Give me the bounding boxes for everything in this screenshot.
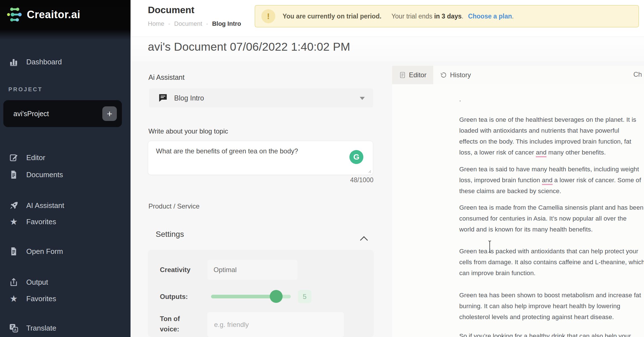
trial-detail-prefix: Your trial ends: [392, 13, 434, 20]
sidebar-item-label: Translate: [26, 324, 56, 333]
sidebar-item-ai-assistant[interactable]: AI Assistant: [8, 199, 64, 212]
sidebar: Creaitor.ai Dashboard PROJECT avi'sProje…: [0, 0, 131, 337]
truncated-right-label: Ch: [633, 71, 642, 78]
tone-label-line1: Ton of: [160, 315, 180, 323]
topic-input-box: What are the benefits of green tea on th…: [148, 141, 373, 175]
topbar: Document Home - Document - Blog Intro ! …: [131, 0, 644, 37]
breadcrumb-home[interactable]: Home: [148, 20, 164, 27]
assistant-selected-value: Blog Intro: [174, 88, 204, 107]
tab-label: Editor: [409, 71, 427, 79]
warning-icon: !: [261, 9, 275, 23]
trial-banner: ! You are currently on trial period. You…: [255, 5, 639, 27]
brand-name: Creaitor.ai: [27, 9, 80, 21]
star-icon: ★: [8, 293, 19, 304]
editor-tabbar: Editor History: [392, 66, 644, 84]
sidebar-item-label: Dashboard: [26, 58, 62, 66]
creativity-label: Creativity: [160, 266, 190, 274]
editor-document-area[interactable]: [392, 84, 644, 337]
star-icon: ★: [8, 216, 19, 227]
breadcrumb-current: Blog Intro: [212, 20, 241, 27]
sidebar-item-label: Documents: [26, 170, 63, 179]
tab-label: History: [450, 71, 471, 79]
sidebar-item-output[interactable]: Output: [8, 276, 48, 289]
sidebar-item-dashboard[interactable]: Dashboard: [8, 55, 62, 68]
history-icon: [440, 71, 447, 79]
page-title: Document: [148, 4, 194, 15]
sidebar-item-translate[interactable]: A Translate: [8, 322, 56, 334]
sidebar-item-open-form[interactable]: Open Form: [8, 245, 63, 258]
document-header: avi's Document 07/06/2022 1:40:02 PM: [131, 37, 644, 61]
sidebar-item-label: AI Assistant: [26, 201, 64, 210]
sidebar-item-label: Favorites: [26, 217, 56, 226]
resize-handle-icon[interactable]: [367, 169, 371, 173]
chevron-up-icon[interactable]: [360, 236, 368, 244]
tab-history[interactable]: History: [433, 66, 486, 84]
sidebar-item-label: Editor: [26, 153, 45, 162]
app-window: Creaitor.ai Dashboard PROJECT avi'sProje…: [0, 0, 644, 337]
sidebar-item-label: Favorites: [26, 294, 56, 303]
choose-plan-link[interactable]: Choose a plan: [468, 13, 512, 20]
tab-editor[interactable]: Editor: [392, 66, 433, 84]
translate-icon: A: [8, 323, 19, 333]
document-outline-icon: [399, 71, 406, 79]
project-selector[interactable]: avi'sProject +: [3, 100, 122, 127]
chevron-down-icon: [360, 97, 365, 100]
chat-bubble-icon: [158, 93, 168, 103]
trial-days: in 3 days: [434, 13, 461, 20]
rocket-icon: [8, 200, 19, 211]
breadcrumb-separator: -: [168, 20, 170, 27]
project-name: avi'sProject: [13, 100, 49, 127]
project-section-label: PROJECT: [8, 86, 42, 93]
sidebar-item-label: Open Form: [26, 247, 63, 256]
grammar-suggestion[interactable]: and: [536, 149, 546, 157]
bar-chart-icon: [8, 57, 19, 67]
product-service-label: Product / Service: [148, 202, 200, 210]
creativity-value[interactable]: Optimal: [214, 266, 237, 274]
document-icon: [8, 169, 19, 180]
sidebar-item-favorites[interactable]: ★ Favorites: [8, 215, 56, 228]
ibeam-cursor: [487, 240, 493, 254]
topic-input[interactable]: What are the benefits of green tea on th…: [148, 141, 373, 175]
grammar-suggestion[interactable]: and: [542, 177, 553, 185]
character-counter: 48/1000: [330, 176, 373, 184]
trial-detail-suffix: .: [462, 13, 463, 20]
outputs-label: Outputs:: [160, 293, 188, 301]
assistant-section-label: Ai Assistant: [148, 73, 184, 81]
tone-label-line2: voice:: [160, 325, 179, 333]
document-title: avi's Document 07/06/2022 1:40:02 PM: [148, 40, 350, 53]
settings-title: Settings: [156, 230, 184, 239]
add-project-button[interactable]: +: [102, 106, 117, 121]
breadcrumb: Home - Document - Blog Intro: [148, 20, 241, 27]
outputs-slider-knob[interactable]: [270, 290, 283, 303]
brand-logo-icon: [7, 7, 23, 22]
sidebar-item-label: Output: [26, 278, 48, 287]
svg-text:A: A: [14, 328, 16, 332]
sidebar-item-documents[interactable]: Documents: [8, 168, 63, 181]
trial-banner-text: You are currently on trial period. Your …: [283, 13, 514, 20]
link-period: .: [512, 13, 514, 20]
document-icon: [8, 246, 19, 257]
share-icon: [8, 277, 19, 287]
grammarly-icon[interactable]: G: [349, 150, 363, 164]
trial-message: You are currently on trial period.: [283, 13, 382, 20]
breadcrumb-document[interactable]: Document: [174, 20, 202, 27]
assistant-type-select[interactable]: Blog Intro: [149, 88, 373, 107]
edit-icon: [8, 152, 19, 163]
tone-of-voice-input[interactable]: [207, 312, 344, 337]
sidebar-item-editor[interactable]: Editor: [8, 151, 45, 164]
sidebar-item-favorites-2[interactable]: ★ Favorites: [8, 292, 56, 305]
breadcrumb-separator: -: [206, 20, 208, 27]
topic-label: Write about your blog topic: [148, 127, 228, 135]
outputs-value: 5: [298, 290, 311, 303]
brand-logo[interactable]: Creaitor.ai: [7, 7, 80, 22]
editor-lead-char: .: [459, 96, 461, 103]
